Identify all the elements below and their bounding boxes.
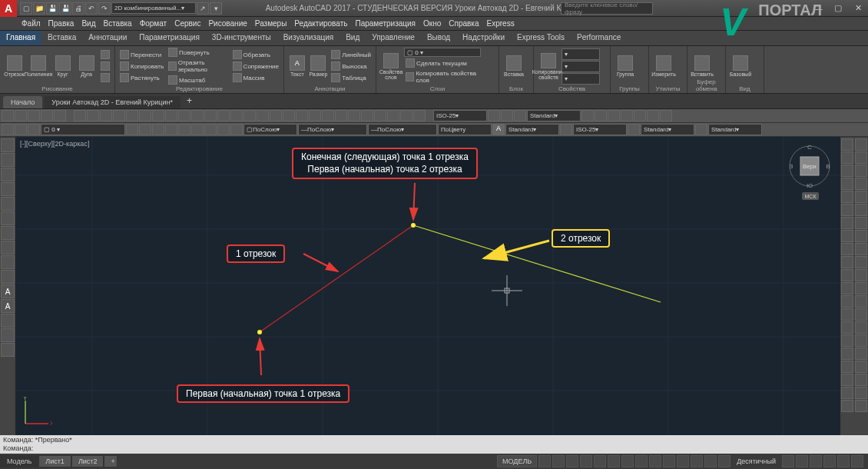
measure-button[interactable]: Измерить [652,48,675,85]
tool-icon[interactable] [165,110,177,121]
tool-icon[interactable] [348,110,360,121]
tool-icon[interactable] [309,110,321,121]
menu-modify[interactable]: Редактировать [294,19,347,28]
ribbon-tab-manage[interactable]: Управление [366,31,421,45]
palette-icon[interactable] [841,230,853,242]
polyline-button[interactable]: Полилиния [27,48,50,85]
textstyle-icon[interactable]: A [492,124,505,135]
palette-icon[interactable] [855,348,867,360]
copy-button[interactable]: Копировать [118,61,165,72]
fillet-button[interactable]: Сопряжение [231,61,280,72]
text-button[interactable]: AТекст [287,48,307,85]
tool-icon[interactable] [560,124,572,135]
status-icon[interactable] [649,455,661,467]
tool-icon[interactable] [217,110,230,121]
palette-icon[interactable] [855,165,867,177]
palette-icon[interactable] [855,374,867,386]
palette-icon[interactable] [841,282,853,294]
tool-icon[interactable] [647,110,659,121]
linear-dim-button[interactable]: Линейный [330,49,373,60]
textstyle2-dropdown[interactable]: Standard ▾ [505,124,559,135]
palette-icon[interactable] [855,256,867,268]
tool-icon[interactable] [335,110,347,121]
ribbon-tab-insert[interactable]: Вставка [41,31,82,45]
palette-icon[interactable] [1,314,15,328]
tool-icon[interactable] [204,110,217,121]
status-icon[interactable] [718,455,731,467]
textstyle-dropdown[interactable]: Standard ▾ [527,110,581,121]
tool-icon[interactable] [413,110,426,121]
palette-icon[interactable] [841,191,853,203]
table-button[interactable]: Таблица [330,72,373,83]
ribbon-tab-parametric[interactable]: Параметризация [133,31,206,45]
tool-icon[interactable] [621,110,633,121]
array-button[interactable]: Массив [231,72,280,83]
palette-icon[interactable] [1,343,15,357]
move-button[interactable]: Перенести [118,49,165,60]
tool-icon[interactable] [100,110,112,121]
palette-icon[interactable] [1,241,15,254]
status-icon[interactable] [782,455,794,467]
palette-icon[interactable] [1,168,15,181]
status-icon[interactable] [566,455,578,467]
qat-redo-icon[interactable]: ↷ [98,2,111,15]
palette-icon[interactable] [1,255,15,269]
status-icon[interactable] [677,455,689,467]
doc-tab-add-button[interactable]: + [182,93,197,108]
palette-icon[interactable] [855,151,867,164]
tool-icon[interactable] [488,110,500,121]
autocad-logo[interactable]: A [0,0,17,17]
block-insert-button[interactable]: Вставка [502,48,525,85]
ribbon-tab-3dtools[interactable]: 3D-инструменты [206,31,277,45]
tool-icon[interactable] [191,110,204,121]
qat-print-icon[interactable]: 🖨 [72,2,84,15]
color-dropdown[interactable]: ▾ [562,48,600,60]
menu-insert[interactable]: Вставка [103,19,131,28]
tool-icon[interactable] [595,110,607,121]
tool-icon[interactable] [400,110,412,121]
tool-icon[interactable] [28,110,40,121]
doc-tab-start[interactable]: Начало [3,96,42,108]
palette-icon[interactable] [1,270,15,284]
layer-props-button[interactable]: Свойства слоя [379,48,403,85]
model-space-button[interactable]: МОДЕЛЬ [497,455,537,467]
palette-icon[interactable] [841,204,853,216]
draw-extra-1[interactable] [99,49,111,60]
qat-new-icon[interactable]: ▢ [20,2,32,15]
palette-icon[interactable] [855,243,867,255]
palette-icon[interactable] [841,269,853,281]
palette-icon[interactable] [1,153,15,167]
palette-icon[interactable] [841,361,853,373]
layer-toolbar-dropdown[interactable]: ▢ 0 ▾ [41,124,125,135]
workspace-dropdown[interactable]: 2D комбинированный... ▾ [111,2,196,14]
menu-view[interactable]: Вид [81,19,95,28]
tool-icon[interactable] [28,124,40,135]
palette-icon[interactable] [1,211,15,225]
layout-tab-2[interactable]: Лист2 [71,455,104,467]
palette-icon[interactable] [855,269,867,281]
lineweight-dropdown[interactable]: ▾ [562,73,600,85]
status-icon[interactable] [823,455,836,467]
plotstyle-toolbar-dropdown[interactable]: ПоЦвету [438,124,492,135]
ribbon-tab-output[interactable]: Вывод [421,31,456,45]
palette-icon[interactable] [841,138,853,151]
layout-tab-model[interactable]: Модель [0,455,38,467]
menu-format[interactable]: Формат [140,19,167,28]
dimstyle-dropdown[interactable]: ISO-25 ▾ [433,110,487,121]
palette-icon[interactable] [855,400,867,412]
tool-icon[interactable] [628,124,640,135]
status-icon[interactable] [635,455,648,467]
search-input[interactable]: Введите ключевое слово/фразу [561,2,653,15]
tool-icon[interactable] [514,110,526,121]
drawing-canvas[interactable]: [-][Сверху][2D-каркас] Конечная (следующ… [15,137,840,435]
dimension-button[interactable]: Размер [309,48,329,85]
palette-icon[interactable] [841,400,853,412]
tool-icon[interactable] [178,124,190,135]
palette-icon[interactable] [841,243,853,255]
palette-icon[interactable] [1,138,15,152]
ribbon-tab-express[interactable]: Express Tools [511,31,571,45]
status-icon[interactable] [810,455,822,467]
lineweight-toolbar-dropdown[interactable]: — ПоСлою ▾ [368,124,437,135]
dimstyle2-dropdown[interactable]: ISO-25 ▾ [573,124,627,135]
palette-icon[interactable] [855,361,867,373]
